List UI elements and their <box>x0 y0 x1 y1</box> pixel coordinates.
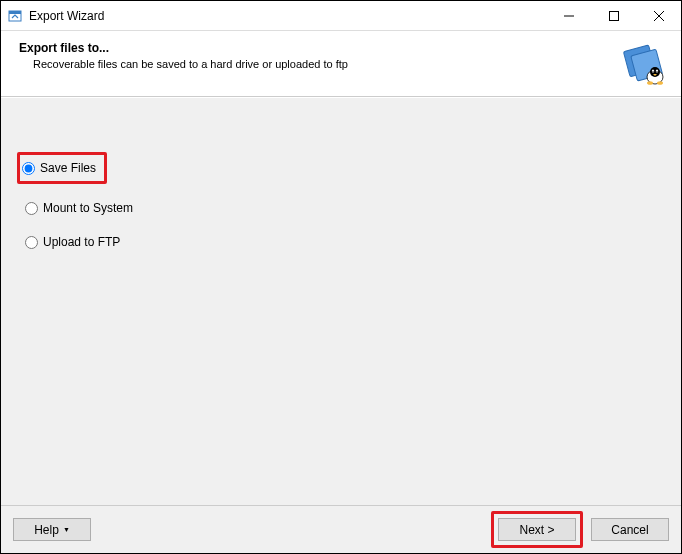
window-title: Export Wizard <box>29 9 546 23</box>
header-title: Export files to... <box>19 41 663 55</box>
svg-point-14 <box>647 81 653 85</box>
svg-point-15 <box>657 81 663 85</box>
wizard-footer: Help ▼ Next > Cancel <box>1 505 681 553</box>
radio-mount-system-label: Mount to System <box>43 201 133 215</box>
titlebar: Export Wizard <box>1 1 681 31</box>
svg-rect-3 <box>609 11 618 20</box>
cancel-button[interactable]: Cancel <box>591 518 669 541</box>
radio-mount-system-input[interactable] <box>25 202 38 215</box>
svg-point-12 <box>652 71 653 72</box>
help-button-label: Help <box>34 523 59 537</box>
radio-upload-ftp[interactable]: Upload to FTP <box>21 232 124 252</box>
next-button-highlight: Next > <box>491 511 583 548</box>
radio-save-files-input[interactable] <box>22 162 35 175</box>
radio-upload-ftp-label: Upload to FTP <box>43 235 120 249</box>
radio-mount-system[interactable]: Mount to System <box>21 198 137 218</box>
svg-rect-1 <box>9 11 21 14</box>
radio-save-files-label: Save Files <box>40 161 96 175</box>
minimize-button[interactable] <box>546 1 591 30</box>
svg-point-13 <box>656 71 657 72</box>
dropdown-icon: ▼ <box>63 526 70 533</box>
wizard-content: Save Files Mount to System Upload to FTP <box>1 97 681 505</box>
radio-save-files[interactable]: Save Files <box>17 152 107 184</box>
next-button[interactable]: Next > <box>498 518 576 541</box>
window-controls <box>546 1 681 30</box>
wizard-header: Export files to... Recoverable files can… <box>1 31 681 97</box>
radio-upload-ftp-input[interactable] <box>25 236 38 249</box>
close-button[interactable] <box>636 1 681 30</box>
header-subtitle: Recoverable files can be saved to a hard… <box>33 58 663 70</box>
app-icon <box>7 8 23 24</box>
export-options-group: Save Files Mount to System Upload to FTP <box>21 158 661 252</box>
wizard-icon <box>619 39 667 87</box>
maximize-button[interactable] <box>591 1 636 30</box>
next-button-label: Next > <box>519 523 554 537</box>
cancel-button-label: Cancel <box>611 523 648 537</box>
help-button[interactable]: Help ▼ <box>13 518 91 541</box>
